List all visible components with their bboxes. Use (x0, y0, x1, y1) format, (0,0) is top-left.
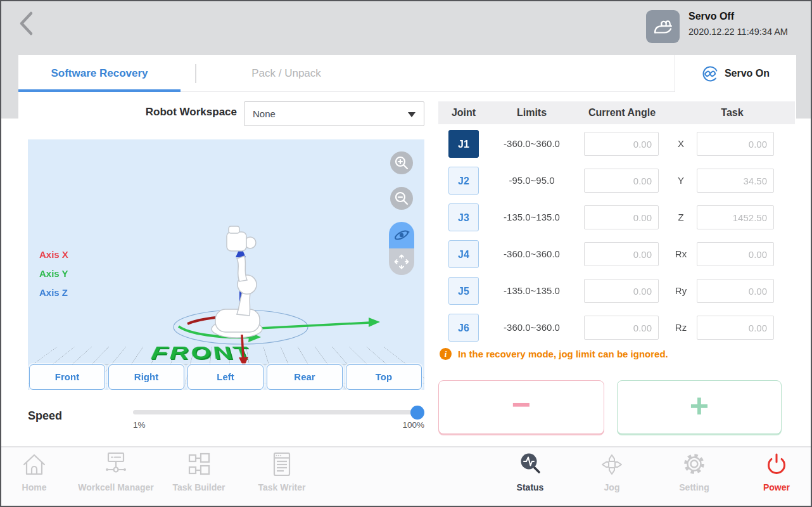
task-axis-label-j1: X (669, 130, 693, 158)
tab-separator (195, 64, 196, 83)
header-task: Task (669, 101, 795, 124)
servo-on-icon (702, 65, 719, 82)
nav-task-writer-label: Task Writer (258, 482, 306, 492)
task-writer-icon (267, 450, 296, 479)
task-axis-label-j3: Z (669, 203, 693, 231)
tab-software-recovery[interactable]: Software Recovery (18, 55, 181, 92)
info-icon: i (440, 348, 452, 360)
joint-row-j5: J5-135.0~135.0Ry (1, 277, 812, 305)
view-right-button[interactable]: Right (108, 364, 184, 390)
header-joint: Joint (438, 101, 489, 124)
task-value-input-j5[interactable] (697, 279, 774, 303)
current-angle-input-j3[interactable] (584, 205, 659, 229)
joint-row-j1: J1-360.0~360.0X (1, 130, 812, 158)
current-angle-input-j1[interactable] (584, 132, 659, 156)
joint-button-j1[interactable]: J1 (448, 130, 479, 158)
nav-jog-label: Jog (604, 482, 620, 492)
task-axis-label-j2: Y (669, 167, 693, 195)
nav-home-label: Home (22, 482, 47, 492)
joint-button-j4[interactable]: J4 (448, 240, 479, 268)
joint-limits-j4: -360.0~360.0 (489, 240, 574, 268)
plus-glyph: + (690, 387, 709, 425)
view-front-button[interactable]: Front (29, 364, 105, 390)
task-builder-icon (184, 450, 213, 479)
datetime-text: 2020.12.22 11:49:34 AM (688, 27, 788, 37)
recovery-notice-text: In the recovery mode, jog limit can be i… (458, 349, 668, 359)
nav-setting-label: Setting (679, 482, 709, 492)
joint-limits-j3: -135.0~135.0 (489, 203, 574, 231)
joint-row-j3: J3-135.0~135.0Z (1, 203, 812, 231)
settings-gear-icon (680, 450, 709, 479)
nav-task-builder-label: Task Builder (173, 482, 225, 492)
jog-plus-button[interactable]: + (617, 380, 782, 434)
active-tab-underline (18, 89, 181, 92)
joint-row-j2: J2-95.0~95.0Y (1, 167, 812, 195)
task-value-input-j3[interactable] (697, 205, 774, 229)
task-value-input-j6[interactable] (697, 316, 774, 340)
joint-limits-j1: -360.0~360.0 (489, 130, 574, 158)
task-value-input-j4[interactable] (697, 242, 774, 266)
power-icon (762, 450, 791, 479)
robot-workspace-label: Robot Workspace (130, 106, 237, 119)
task-value-input-j1[interactable] (697, 132, 774, 156)
nav-status-label: Status (517, 482, 544, 492)
servo-status-icon (646, 10, 680, 43)
dropdown-caret-icon (408, 112, 416, 117)
servo-status-block: Servo Off 2020.12.22 11:49:34 AM (688, 11, 788, 37)
task-axis-label-j6: Rz (669, 314, 693, 342)
view-rear-button[interactable]: Rear (267, 364, 343, 390)
workcell-manager-icon (101, 450, 130, 479)
nav-setting[interactable]: Setting (647, 450, 742, 492)
speed-slider-track[interactable] (133, 410, 424, 414)
speed-label: Speed (28, 409, 62, 423)
servo-on-button[interactable]: Servo On (675, 55, 796, 92)
workspace-dropdown[interactable]: None (244, 101, 424, 126)
nav-power[interactable]: Power (729, 450, 812, 492)
robot-pendant-screen: Servo Off 2020.12.22 11:49:34 AM Softwar… (0, 0, 812, 507)
nav-status[interactable]: Status (483, 450, 578, 492)
current-angle-input-j5[interactable] (584, 279, 659, 303)
nav-task-builder[interactable]: Task Builder (151, 450, 246, 492)
tab-pack-unpack[interactable]: Pack / Unpack (204, 55, 369, 92)
joint-button-j5[interactable]: J5 (448, 277, 479, 305)
current-angle-input-j4[interactable] (584, 242, 659, 266)
view-left-button[interactable]: Left (187, 364, 263, 390)
speed-min-label: 1% (133, 420, 146, 430)
speed-max-label: 100% (394, 420, 424, 430)
task-axis-label-j4: Rx (669, 240, 693, 268)
joint-limits-j6: -360.0~360.0 (489, 314, 574, 342)
view-top-button[interactable]: Top (346, 364, 422, 390)
joint-button-j2[interactable]: J2 (448, 167, 479, 195)
servo-status-text: Servo Off (688, 11, 788, 22)
task-value-input-j2[interactable] (697, 169, 774, 193)
workspace-selected-value: None (253, 108, 276, 119)
header-limits: Limits (489, 101, 574, 124)
joint-limits-j5: -135.0~135.0 (489, 277, 574, 305)
home-icon (20, 450, 49, 479)
back-button[interactable] (16, 9, 38, 38)
joint-row-j4: J4-360.0~360.0Rx (1, 240, 812, 268)
jog-minus-button[interactable]: − (438, 380, 604, 434)
right-margin (796, 55, 812, 119)
task-axis-label-j5: Ry (669, 277, 693, 305)
minus-glyph: − (512, 385, 531, 423)
current-angle-input-j2[interactable] (584, 169, 659, 193)
servo-on-label: Servo On (725, 68, 770, 79)
left-margin (1, 55, 18, 119)
nav-workcell-manager[interactable]: Workcell Manager (68, 450, 163, 492)
nav-power-label: Power (763, 482, 790, 492)
jog-dpad-icon (597, 450, 626, 479)
nav-jog[interactable]: Jog (564, 450, 659, 492)
hand-jog-icon (651, 15, 675, 39)
nav-task-writer[interactable]: Task Writer (234, 450, 329, 492)
nav-workcell-manager-label: Workcell Manager (78, 482, 154, 492)
joint-row-j6: J6-360.0~360.0Rz (1, 314, 812, 342)
status-icon (516, 450, 545, 479)
header-current-angle: Current Angle (574, 101, 669, 124)
chevron-left-icon (16, 9, 38, 38)
speed-slider-thumb[interactable] (410, 406, 424, 420)
current-angle-input-j6[interactable] (584, 316, 659, 340)
joint-limits-j2: -95.0~95.0 (489, 167, 574, 195)
joint-button-j3[interactable]: J3 (448, 203, 479, 231)
joint-button-j6[interactable]: J6 (448, 314, 479, 342)
